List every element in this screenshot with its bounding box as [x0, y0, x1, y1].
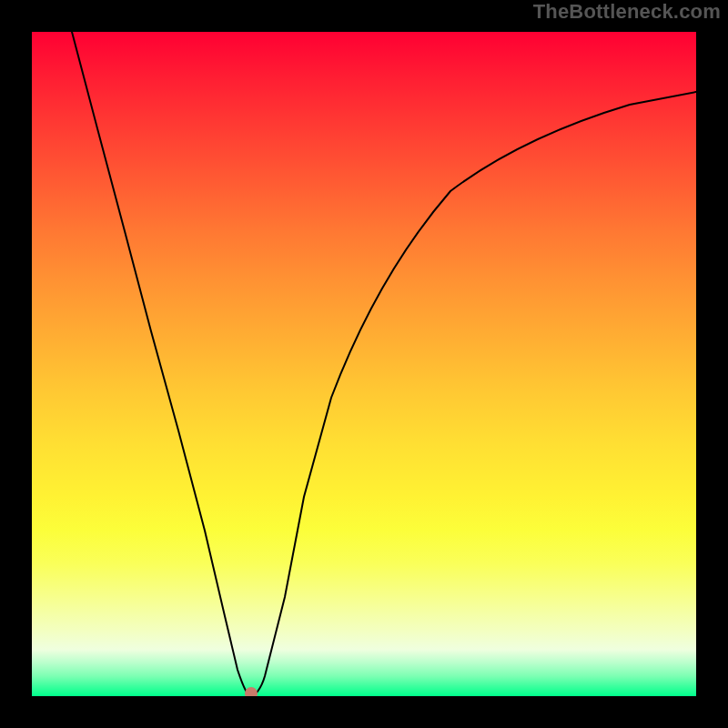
watermark-label: TheBottleneck.com: [533, 2, 721, 22]
chart-root: TheBottleneck.com: [0, 0, 728, 728]
bottleneck-curve: [72, 32, 696, 696]
optimal-point-marker: [245, 687, 258, 696]
plot-area: [32, 32, 696, 696]
curve-svg: [32, 32, 696, 696]
